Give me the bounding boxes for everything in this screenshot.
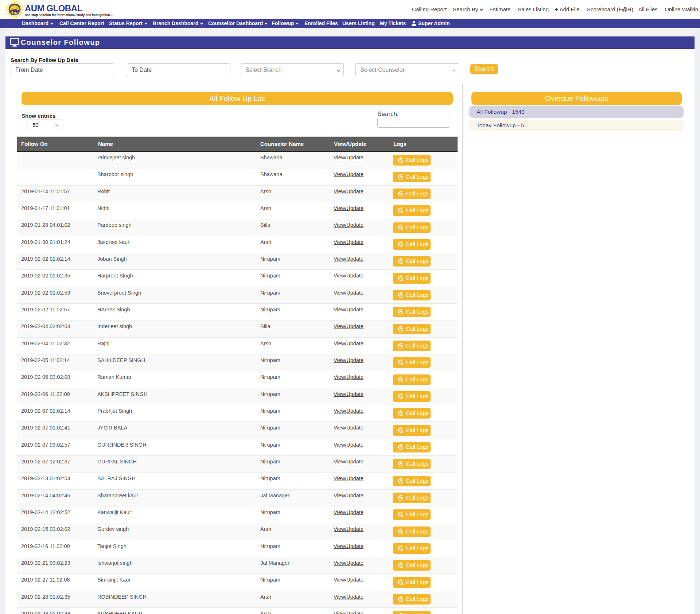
svg-text:GLOBAL: GLOBAL (14, 14, 19, 15)
